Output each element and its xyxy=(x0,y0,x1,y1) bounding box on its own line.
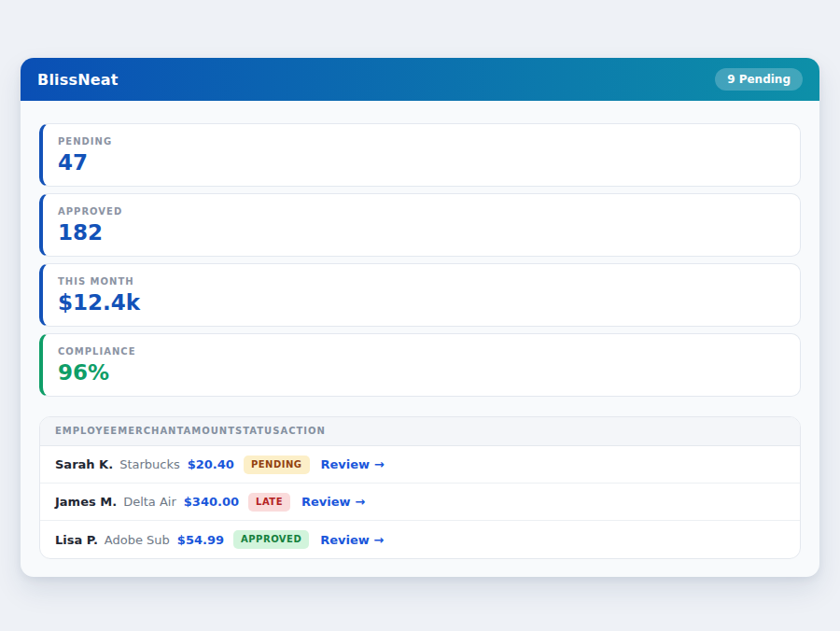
table-header-row: EMPLOYEEMERCHANTAMOUNTSTATUSACTION xyxy=(40,417,800,446)
column-header-merchant: MERCHANT xyxy=(118,426,183,436)
table-row: Lisa P. Adobe Sub $54.99 APPROVED Review… xyxy=(40,521,800,558)
merchant-name: Delta Air xyxy=(123,495,176,509)
review-link[interactable]: Review → xyxy=(320,533,384,547)
stat-value: $12.4k xyxy=(58,291,785,315)
table-row: James M. Delta Air $340.00 LATE Review → xyxy=(40,484,800,521)
app-card: BlissNeat 9 Pending PENDING 47 APPROVED … xyxy=(21,58,819,577)
main-content: PENDING 47 APPROVED 182 THIS MONTH $12.4… xyxy=(21,101,819,577)
expenses-table: EMPLOYEEMERCHANTAMOUNTSTATUSACTION Sarah… xyxy=(39,416,801,559)
column-header-employee: EMPLOYEE xyxy=(55,426,118,436)
stat-card-compliance: COMPLIANCE 96% xyxy=(39,333,801,397)
stat-value: 96% xyxy=(58,361,785,385)
stat-label: THIS MONTH xyxy=(58,276,785,287)
app-header: BlissNeat 9 Pending xyxy=(21,58,819,101)
column-header-amount: AMOUNT xyxy=(184,426,236,436)
stat-card-approved: APPROVED 182 xyxy=(39,193,801,257)
review-link[interactable]: Review → xyxy=(301,495,365,509)
status-badge: PENDING xyxy=(244,456,310,474)
stat-value: 182 xyxy=(58,221,785,245)
app-title: BlissNeat xyxy=(37,71,119,89)
amount-value: $54.99 xyxy=(177,533,224,547)
pending-count-badge: 9 Pending xyxy=(715,68,803,91)
amount-value: $340.00 xyxy=(184,495,239,509)
column-header-status: STATUS xyxy=(235,426,280,436)
table-row: Sarah K. Starbucks $20.40 PENDING Review… xyxy=(40,446,800,484)
employee-name: Sarah K. xyxy=(55,457,113,471)
stat-label: COMPLIANCE xyxy=(58,346,785,357)
status-badge: APPROVED xyxy=(233,530,309,549)
status-badge: LATE xyxy=(248,493,290,512)
stat-value: 47 xyxy=(58,151,785,175)
stat-label: APPROVED xyxy=(58,206,785,217)
amount-value: $20.40 xyxy=(188,457,234,471)
stat-card-pending: PENDING 47 xyxy=(39,123,801,187)
employee-name: James M. xyxy=(55,495,117,509)
merchant-name: Starbucks xyxy=(119,457,180,471)
employee-name: Lisa P. xyxy=(55,533,98,547)
review-link[interactable]: Review → xyxy=(321,457,385,471)
column-header-action: ACTION xyxy=(280,426,326,436)
merchant-name: Adobe Sub xyxy=(105,533,170,547)
stat-card-this-month: THIS MONTH $12.4k xyxy=(39,263,801,327)
stat-label: PENDING xyxy=(58,136,785,147)
